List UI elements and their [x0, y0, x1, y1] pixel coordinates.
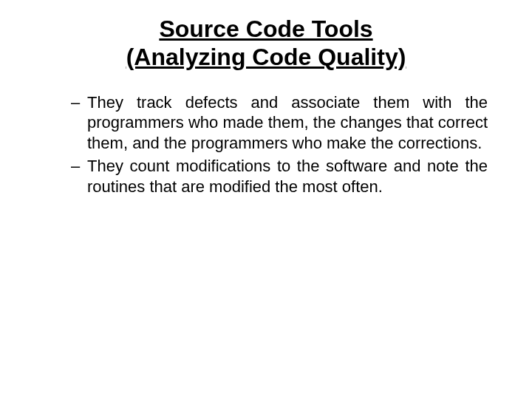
slide-title: Source Code Tools (Analyzing Code Qualit…: [44, 15, 488, 72]
bullet-text: They count modifications to the software…: [87, 157, 488, 196]
bullet-text: They track defects and associate them wi…: [87, 93, 488, 152]
list-item: They track defects and associate them wi…: [74, 92, 488, 154]
list-item: They count modifications to the software…: [74, 156, 488, 197]
title-line-1: Source Code Tools: [159, 16, 372, 42]
bullet-list: They track defects and associate them wi…: [44, 92, 488, 197]
title-line-2: (Analyzing Code Quality): [126, 44, 406, 70]
